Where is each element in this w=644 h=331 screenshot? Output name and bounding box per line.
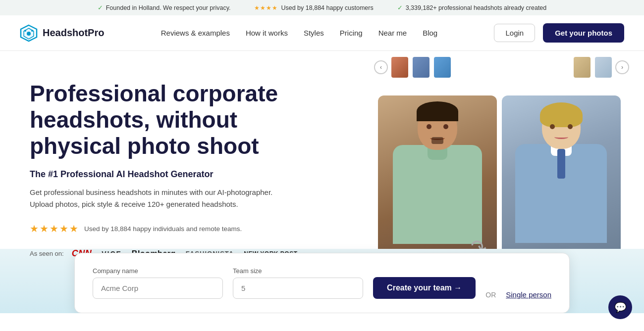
create-team-button[interactable]: Create your team →	[373, 277, 476, 299]
female-hair	[540, 102, 583, 127]
company-name-input[interactable]	[93, 278, 223, 299]
nav-near-me[interactable]: Near me	[378, 29, 407, 37]
nav-links: Reviews & examples How it works Styles P…	[161, 29, 438, 37]
male-head	[418, 105, 457, 150]
photo-pair	[378, 95, 621, 264]
check-icon-1: ✓	[98, 4, 103, 11]
team-size-label: Team size	[233, 267, 363, 275]
female-head	[542, 105, 581, 149]
thumb-1	[390, 56, 409, 79]
form-card: Company name Team size Create your team …	[74, 253, 570, 313]
banner-text-2: Used by 18,884 happy customers	[281, 4, 373, 11]
thumb-strip-left: ‹	[374, 56, 452, 79]
logo[interactable]: HeadshotPro	[20, 24, 104, 42]
male-eye-right	[443, 124, 448, 129]
get-photos-button[interactable]: Get your photos	[543, 23, 624, 43]
female-smile	[554, 135, 568, 139]
svg-point-4	[31, 30, 33, 32]
female-figure	[502, 95, 621, 264]
banner-stars: ★★★★	[254, 4, 278, 11]
male-hair	[417, 101, 458, 121]
female-suit	[515, 144, 607, 243]
press-label: As seen on:	[30, 250, 64, 257]
nav-pricing[interactable]: Pricing	[340, 29, 363, 37]
svg-point-3	[24, 30, 26, 32]
check-icon-2: ✓	[397, 4, 403, 11]
thumb-4	[573, 56, 591, 79]
logo-text: HeadshotPro	[43, 27, 104, 39]
single-person-link[interactable]: Single person	[506, 290, 551, 299]
team-size-input[interactable]	[233, 278, 363, 299]
prev-arrow-left[interactable]: ‹	[374, 60, 388, 74]
hero-section: Professional corporate headshots, withou…	[0, 51, 644, 313]
svg-point-2	[27, 32, 31, 36]
company-name-label: Company name	[93, 267, 223, 275]
navbar: HeadshotPro Reviews & examples How it wo…	[0, 15, 644, 51]
company-name-group: Company name	[93, 267, 223, 299]
thumb-strip-right: ›	[573, 56, 629, 79]
thumb-3	[433, 56, 452, 79]
nav-reviews[interactable]: Reviews & examples	[161, 29, 230, 37]
nav-blog[interactable]: Blog	[423, 29, 437, 37]
team-size-group: Team size	[233, 267, 363, 299]
photo-female	[502, 95, 621, 264]
or-text: OR	[485, 291, 496, 299]
banner-item-3: ✓ 3,339,182+ professional headshots alre…	[397, 4, 547, 11]
rating-stars: ★★★★★	[30, 223, 79, 235]
hero-description: Get professional business headshots in m…	[30, 187, 277, 211]
female-eye-right	[568, 124, 573, 129]
male-eye-left	[427, 124, 431, 129]
rating-text: Used by 18,884 happy individuals and rem…	[84, 225, 242, 233]
hero-title: Professional corporate headshots, withou…	[30, 81, 317, 159]
next-arrow-right[interactable]: ›	[615, 60, 629, 74]
male-beard	[431, 137, 443, 144]
chat-icon: 💬	[614, 301, 627, 313]
female-tie	[557, 149, 565, 179]
thumb-2	[412, 56, 430, 79]
male-shirt	[393, 145, 482, 244]
thumb-5	[594, 56, 613, 79]
banner-text-1: Founded in Holland. We respect your priv…	[106, 4, 231, 11]
logo-icon	[20, 24, 38, 42]
banner-item-1: ✓ Founded in Holland. We respect your pr…	[98, 4, 231, 11]
hero-subtitle: The #1 Professional AI Headshot Generato…	[30, 169, 334, 180]
rating-row: ★★★★★ Used by 18,884 happy individuals a…	[30, 223, 334, 235]
login-button[interactable]: Login	[494, 24, 535, 42]
nav-actions: Login Get your photos	[494, 23, 624, 43]
top-banner: ✓ Founded in Holland. We respect your pr…	[0, 0, 644, 15]
female-eye-left	[550, 124, 555, 129]
nav-how-it-works[interactable]: How it works	[246, 29, 288, 37]
banner-item-2: ★★★★ Used by 18,884 happy customers	[254, 4, 373, 11]
nav-styles[interactable]: Styles	[304, 29, 324, 37]
banner-text-3: 3,339,182+ professional headshots alread…	[406, 4, 547, 11]
